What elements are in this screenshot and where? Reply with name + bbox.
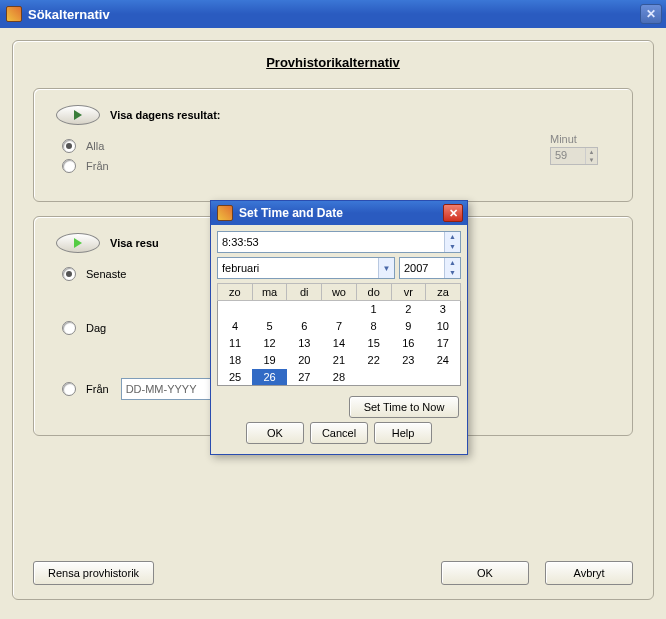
calendar-weekday-header: vr bbox=[391, 284, 426, 301]
calendar-weekday-header: za bbox=[426, 284, 461, 301]
app-icon bbox=[6, 6, 22, 22]
calendar-day-cell[interactable]: 17 bbox=[426, 335, 461, 352]
modal-title: Set Time and Date bbox=[239, 206, 343, 220]
section-results-label: Visa resu bbox=[110, 237, 159, 249]
calendar-day-cell bbox=[287, 301, 322, 318]
radio-from-label: Från bbox=[86, 160, 109, 172]
section-today-label: Visa dagens resultat: bbox=[110, 109, 220, 121]
modal-body: ▲▼ ▼ ▲▼ zomadiwodovrza 12345678910111213… bbox=[211, 225, 467, 454]
modal-help-button[interactable]: Help bbox=[374, 422, 432, 444]
calendar-day-cell[interactable]: 27 bbox=[287, 369, 322, 386]
radio-all-row[interactable]: Alla bbox=[62, 139, 610, 153]
play-today-button[interactable] bbox=[56, 105, 100, 125]
calendar-day-cell[interactable]: 11 bbox=[218, 335, 253, 352]
calendar-day-cell[interactable]: 24 bbox=[426, 352, 461, 369]
calendar-day-cell bbox=[322, 301, 357, 318]
radio-day[interactable] bbox=[62, 321, 76, 335]
calendar-day-cell[interactable]: 7 bbox=[322, 318, 357, 335]
ok-button[interactable]: OK bbox=[441, 561, 529, 585]
calendar-day-cell[interactable]: 23 bbox=[391, 352, 426, 369]
calendar-day-cell bbox=[218, 301, 253, 318]
calendar-day-cell[interactable]: 21 bbox=[322, 352, 357, 369]
section-today: Visa dagens resultat: Alla Från Minut 59… bbox=[33, 88, 633, 202]
calendar-weekday-header: di bbox=[287, 284, 322, 301]
year-spinner[interactable]: ▲▼ bbox=[444, 258, 460, 278]
calendar-day-cell[interactable]: 20 bbox=[287, 352, 322, 369]
calendar-day-cell[interactable]: 26 bbox=[252, 369, 287, 386]
time-field[interactable]: ▲▼ bbox=[217, 231, 461, 253]
radio-all-label: Alla bbox=[86, 140, 104, 152]
modal-app-icon bbox=[217, 205, 233, 221]
calendar-day-cell[interactable]: 14 bbox=[322, 335, 357, 352]
clear-history-button[interactable]: Rensa provhistorik bbox=[33, 561, 154, 585]
modal-titlebar: Set Time and Date ✕ bbox=[211, 201, 467, 225]
calendar-day-cell bbox=[391, 369, 426, 386]
radio-latest-label: Senaste bbox=[86, 268, 126, 280]
calendar-day-cell[interactable]: 2 bbox=[391, 301, 426, 318]
section-today-header: Visa dagens resultat: bbox=[56, 105, 610, 125]
radio-all[interactable] bbox=[62, 139, 76, 153]
calendar-day-cell[interactable]: 18 bbox=[218, 352, 253, 369]
calendar-day-cell[interactable]: 12 bbox=[252, 335, 287, 352]
calendar-day-cell bbox=[356, 369, 391, 386]
modal-cancel-button[interactable]: Cancel bbox=[310, 422, 368, 444]
window-title: Sökalternativ bbox=[28, 7, 110, 22]
minute-spinner[interactable]: ▲▼ bbox=[585, 148, 597, 164]
year-field[interactable]: ▲▼ bbox=[399, 257, 461, 279]
radio-fromrange[interactable] bbox=[62, 382, 76, 396]
calendar-day-cell[interactable]: 3 bbox=[426, 301, 461, 318]
month-input[interactable] bbox=[218, 258, 378, 278]
calendar-day-cell[interactable]: 5 bbox=[252, 318, 287, 335]
month-dropdown-icon[interactable]: ▼ bbox=[378, 258, 394, 278]
calendar-day-cell bbox=[426, 369, 461, 386]
calendar-weekday-header: zo bbox=[218, 284, 253, 301]
calendar-day-cell[interactable]: 13 bbox=[287, 335, 322, 352]
minute-value: 59 bbox=[555, 149, 567, 161]
calendar-weekday-header: ma bbox=[252, 284, 287, 301]
minute-label: Minut bbox=[550, 133, 598, 145]
time-input[interactable] bbox=[218, 232, 444, 252]
month-field[interactable]: ▼ bbox=[217, 257, 395, 279]
page-title: Provhistorikalternativ bbox=[33, 55, 633, 70]
calendar-day-cell[interactable]: 1 bbox=[356, 301, 391, 318]
calendar-day-cell[interactable]: 10 bbox=[426, 318, 461, 335]
play-results-button[interactable] bbox=[56, 233, 100, 253]
calendar-weekday-header: wo bbox=[322, 284, 357, 301]
cancel-button[interactable]: Avbryt bbox=[545, 561, 633, 585]
calendar-day-cell[interactable]: 15 bbox=[356, 335, 391, 352]
calendar-day-cell[interactable]: 8 bbox=[356, 318, 391, 335]
calendar-day-cell[interactable]: 16 bbox=[391, 335, 426, 352]
modal-close-button[interactable]: ✕ bbox=[443, 204, 463, 222]
calendar-day-cell[interactable]: 28 bbox=[322, 369, 357, 386]
radio-latest[interactable] bbox=[62, 267, 76, 281]
minute-field[interactable]: 59 ▲▼ bbox=[550, 147, 598, 165]
time-spinner[interactable]: ▲▼ bbox=[444, 232, 460, 252]
calendar-day-cell[interactable]: 6 bbox=[287, 318, 322, 335]
close-button[interactable]: ✕ bbox=[640, 4, 662, 24]
radio-day-label: Dag bbox=[86, 322, 106, 334]
bottom-row: Rensa provhistorik OK Avbryt bbox=[33, 561, 633, 585]
radio-from-row[interactable]: Från bbox=[62, 159, 610, 173]
set-time-date-dialog: Set Time and Date ✕ ▲▼ ▼ ▲▼ zomadiwodo bbox=[210, 200, 468, 455]
calendar-day-cell[interactable]: 4 bbox=[218, 318, 253, 335]
minute-block: Minut 59 ▲▼ bbox=[550, 133, 598, 165]
calendar-day-cell[interactable]: 19 bbox=[252, 352, 287, 369]
calendar-grid: zomadiwodovrza 1234567891011121314151617… bbox=[217, 283, 461, 386]
titlebar: Sökalternativ ✕ bbox=[0, 0, 666, 28]
calendar-day-cell[interactable]: 9 bbox=[391, 318, 426, 335]
calendar-weekday-header: do bbox=[356, 284, 391, 301]
radio-from[interactable] bbox=[62, 159, 76, 173]
date-from-field[interactable] bbox=[121, 378, 211, 400]
radio-fromrange-label: Från bbox=[86, 383, 109, 395]
calendar-day-cell bbox=[252, 301, 287, 318]
set-time-now-button[interactable]: Set Time to Now bbox=[349, 396, 459, 418]
calendar-day-cell[interactable]: 22 bbox=[356, 352, 391, 369]
year-input[interactable] bbox=[400, 258, 444, 278]
window-body: Provhistorikalternativ Visa dagens resul… bbox=[0, 28, 666, 619]
calendar-day-cell[interactable]: 25 bbox=[218, 369, 253, 386]
modal-ok-button[interactable]: OK bbox=[246, 422, 304, 444]
